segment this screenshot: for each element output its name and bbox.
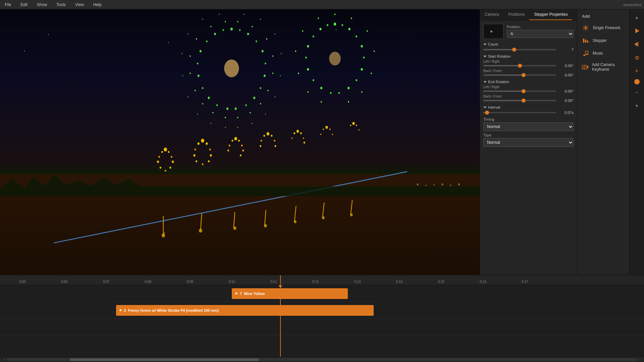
svg-point-113 <box>231 140 233 142</box>
svg-point-3 <box>222 29 224 31</box>
scroll-up-btn[interactable]: ▲ <box>632 12 642 23</box>
svg-line-146 <box>323 202 324 218</box>
start-bf-thumb[interactable] <box>522 73 526 77</box>
single-firework-icon <box>582 24 589 32</box>
remove-button[interactable]: − <box>632 87 642 98</box>
menu-edit[interactable]: Edit <box>18 2 30 8</box>
svg-point-20 <box>235 108 237 110</box>
svg-point-137 <box>352 122 355 125</box>
svg-point-110 <box>202 163 204 165</box>
start-lr-fill <box>483 65 520 66</box>
svg-line-143 <box>234 212 235 228</box>
scrollbar-thumb[interactable] <box>70 358 259 361</box>
ruler-mark-013: 0:13 <box>354 280 361 284</box>
svg-point-4 <box>247 33 249 35</box>
add-single-firework[interactable]: Single Firework <box>577 21 629 34</box>
position-group: Position: A <box>507 25 574 38</box>
svg-marker-186 <box>634 42 637 46</box>
start-lr-thumb[interactable] <box>518 64 522 68</box>
stepper-icon <box>582 37 589 44</box>
timing-select[interactable]: Normal <box>483 122 574 131</box>
svg-point-111 <box>234 137 237 140</box>
scroll-left-btn[interactable]: ‹ <box>1 358 7 361</box>
count-slider-thumb[interactable] <box>512 48 516 52</box>
svg-point-14 <box>260 87 261 89</box>
clip-mine-yellow[interactable]: ✦ 7 Mine Yellow <box>232 288 348 299</box>
interval-track[interactable] <box>483 112 556 113</box>
clip-peony-green[interactable]: ✦ 2 Peony Green w/ White Strobe Pil [mod… <box>116 305 374 316</box>
svg-point-40 <box>244 14 244 15</box>
start-lr-track[interactable] <box>483 65 556 66</box>
svg-point-11 <box>197 62 199 64</box>
svg-point-85 <box>371 72 372 74</box>
svg-point-51 <box>188 97 189 98</box>
count-value: 7 <box>558 48 574 52</box>
svg-point-104 <box>209 148 211 150</box>
timeline-with-transport: 0:05 0:06 0:07 0:08 0:09 0:10 0:11 0:12 … <box>0 275 644 362</box>
svg-point-27 <box>196 38 197 40</box>
svg-point-114 <box>241 144 243 146</box>
start-rotation-header: Start Rotation <box>483 54 574 58</box>
interval-thumb[interactable] <box>485 111 489 115</box>
ruler-mark-011: 0:11 <box>270 280 277 284</box>
count-slider-fill <box>483 49 514 50</box>
menu-show[interactable]: Show <box>35 2 49 8</box>
interval-header: Interval <box>483 105 574 109</box>
tab-positions[interactable]: Positions <box>504 9 530 20</box>
orange-indicator[interactable] <box>634 79 640 84</box>
svg-point-108 <box>208 160 210 162</box>
svg-point-183 <box>584 67 586 68</box>
rewind-button[interactable] <box>632 39 642 50</box>
position-label: Position: <box>507 25 574 29</box>
menu-tools[interactable]: Tools <box>54 2 68 8</box>
end-lr-thumb[interactable] <box>522 89 526 93</box>
menu-file[interactable]: File <box>3 2 13 8</box>
end-bf-thumb[interactable] <box>522 99 526 103</box>
start-bf-fill <box>483 74 524 76</box>
svg-point-88 <box>308 91 309 93</box>
svg-line-171 <box>587 26 588 27</box>
svg-point-155 <box>322 216 324 219</box>
svg-point-112 <box>238 140 240 142</box>
add-music[interactable]: Music <box>577 47 629 60</box>
end-bf-track[interactable] <box>483 100 556 101</box>
svg-point-83 <box>374 50 375 52</box>
svg-point-106 <box>210 154 212 157</box>
svg-rect-175 <box>587 41 588 43</box>
position-select[interactable]: A <box>507 30 574 38</box>
svg-point-121 <box>263 135 265 137</box>
svg-line-180 <box>585 51 588 52</box>
timeline-ruler: 0:05 0:06 0:07 0:08 0:09 0:10 0:11 0:12 … <box>0 275 644 285</box>
timing-label: Timing <box>483 117 574 121</box>
type-row: Type Normal <box>483 133 574 147</box>
scroll-right-btn[interactable]: › <box>637 358 643 361</box>
svg-point-55 <box>210 123 211 124</box>
start-lr-value: -0.00° <box>558 64 574 68</box>
track-row-mine-yellow: ✦ 7 Mine Yellow <box>0 285 644 302</box>
svg-point-115 <box>229 144 230 146</box>
svg-point-152 <box>233 227 236 230</box>
add-camera-keyframe[interactable]: Add Camera Keyframe <box>577 60 629 74</box>
svg-point-184 <box>585 65 586 66</box>
svg-point-161 <box>442 183 443 185</box>
add-items-panel: Add <box>577 9 629 275</box>
start-bf-track[interactable] <box>483 74 556 76</box>
svg-point-53 <box>197 114 198 115</box>
tab-camera[interactable]: Camera <box>480 9 504 20</box>
svg-point-31 <box>190 72 191 74</box>
type-select[interactable]: Normal <box>483 138 574 147</box>
add-stepper[interactable]: Stepper <box>577 34 629 47</box>
menu-view[interactable]: View <box>73 2 86 8</box>
settings-button[interactable]: ⚙ <box>632 52 642 63</box>
add-button[interactable]: + <box>632 66 642 76</box>
count-slider-track[interactable] <box>483 49 556 50</box>
svg-point-44 <box>275 34 275 35</box>
scroll-down-btn[interactable]: ▼ <box>632 101 642 111</box>
menu-help[interactable]: Help <box>91 2 104 8</box>
end-lr-track[interactable] <box>483 90 556 92</box>
svg-point-2 <box>239 29 241 31</box>
svg-point-96 <box>172 161 174 163</box>
svg-point-122 <box>274 140 275 142</box>
tab-stepper-properties[interactable]: Stepper Properties <box>529 9 572 20</box>
play-button[interactable] <box>632 25 642 36</box>
